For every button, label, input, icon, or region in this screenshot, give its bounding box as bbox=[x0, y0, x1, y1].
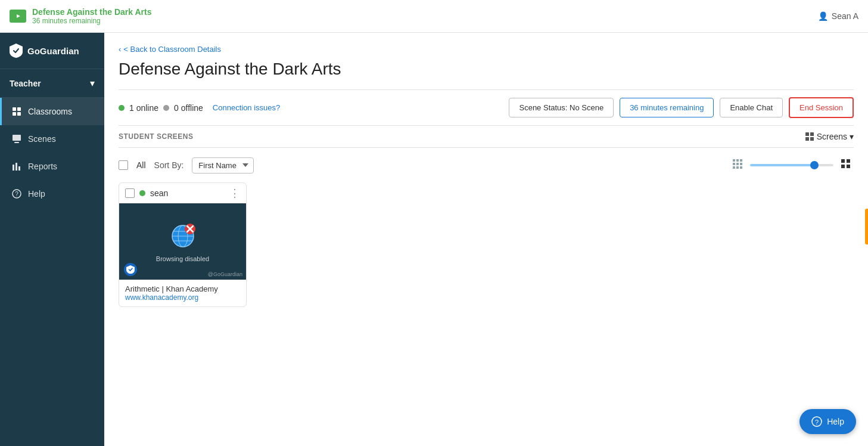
svg-rect-24 bbox=[736, 166, 739, 169]
student-name: sean bbox=[150, 188, 168, 198]
help-fab-label: Help bbox=[827, 417, 844, 426]
student-card-footer: Arithmetic | Khan Academy www.khanacadem… bbox=[119, 280, 246, 306]
student-card-header: sean ⋮ bbox=[119, 183, 246, 203]
sidebar-item-classrooms[interactable]: Classrooms bbox=[0, 98, 104, 125]
svg-rect-5 bbox=[17, 112, 21, 116]
scene-status-button[interactable]: Scene Status: No Scene bbox=[509, 98, 614, 117]
svg-rect-25 bbox=[740, 166, 742, 169]
svg-rect-21 bbox=[736, 163, 739, 165]
student-card-left: sean bbox=[125, 188, 168, 198]
page-title: Defense Against the Dark Arts bbox=[119, 60, 854, 79]
svg-rect-15 bbox=[805, 137, 809, 141]
svg-rect-4 bbox=[13, 112, 16, 116]
reports-icon bbox=[11, 161, 22, 172]
controls-bar: All Sort By: First Name Last Name bbox=[119, 148, 854, 182]
svg-text:?: ? bbox=[15, 191, 18, 197]
user-icon: 👤 bbox=[818, 11, 828, 21]
svg-rect-16 bbox=[810, 137, 814, 141]
online-indicator bbox=[119, 105, 125, 111]
chevron-down-icon: ▾ bbox=[90, 78, 95, 89]
orange-accent-bar bbox=[865, 209, 868, 244]
time-remaining-button[interactable]: 36 minutes remaining bbox=[620, 98, 714, 117]
svg-text:?: ? bbox=[815, 419, 819, 426]
topbar-left: Defense Against the Dark Arts 36 minutes… bbox=[10, 7, 151, 25]
gg-badge bbox=[124, 263, 137, 276]
sort-by-label: Sort By: bbox=[154, 160, 184, 170]
classrooms-label: Classrooms bbox=[28, 107, 72, 116]
back-to-classroom-link[interactable]: ‹ < Back to Classroom Details bbox=[119, 45, 854, 54]
student-site-url[interactable]: www.khanacademy.org bbox=[125, 293, 240, 302]
svg-rect-3 bbox=[17, 107, 21, 111]
view-controls bbox=[730, 156, 854, 174]
svg-rect-19 bbox=[740, 159, 742, 162]
topbar-username: Sean A bbox=[832, 11, 858, 21]
session-icon bbox=[10, 10, 26, 23]
size-slider[interactable] bbox=[750, 164, 833, 166]
student-online-dot bbox=[139, 190, 145, 196]
help-fab-button[interactable]: ? Help bbox=[799, 409, 856, 434]
sidebar-teacher-dropdown[interactable]: Teacher ▾ bbox=[0, 69, 104, 98]
topbar-right: 👤 Sean A bbox=[818, 11, 858, 21]
sidebar-item-help[interactable]: ? Help bbox=[0, 180, 104, 207]
sidebar-logo: GoGuardian bbox=[0, 33, 104, 69]
main-layout: GoGuardian Teacher ▾ Classrooms Scenes R… bbox=[0, 33, 868, 446]
svg-rect-29 bbox=[847, 165, 850, 168]
select-all-checkbox[interactable] bbox=[119, 160, 128, 170]
browsing-disabled-icon bbox=[167, 221, 198, 252]
back-link-text: < Back to Classroom Details bbox=[123, 45, 221, 54]
svg-rect-27 bbox=[847, 159, 850, 163]
status-bar-right: Scene Status: No Scene 36 minutes remain… bbox=[509, 97, 854, 118]
sidebar: GoGuardian Teacher ▾ Classrooms Scenes R… bbox=[0, 33, 104, 446]
students-grid: sean ⋮ bbox=[119, 182, 854, 307]
all-label: All bbox=[136, 160, 146, 170]
screens-dropdown[interactable]: Screens ▾ bbox=[805, 132, 854, 141]
svg-rect-14 bbox=[810, 132, 814, 136]
sidebar-item-reports[interactable]: Reports bbox=[0, 153, 104, 180]
svg-rect-9 bbox=[15, 163, 17, 171]
topbar-title: Defense Against the Dark Arts bbox=[32, 7, 151, 17]
student-screens-label: STUDENT SCREENS bbox=[119, 132, 194, 141]
student-checkbox[interactable] bbox=[125, 188, 135, 198]
help-label: Help bbox=[28, 189, 45, 199]
scenes-icon bbox=[11, 134, 22, 144]
svg-rect-17 bbox=[733, 159, 735, 162]
svg-rect-28 bbox=[841, 165, 845, 168]
content-inner: ‹ < Back to Classroom Details Defense Ag… bbox=[104, 33, 868, 319]
svg-rect-22 bbox=[740, 163, 742, 165]
chevron-left-icon: ‹ bbox=[119, 45, 121, 54]
offline-count: 0 offline bbox=[174, 103, 203, 113]
sidebar-logo-text: GoGuardian bbox=[27, 46, 79, 56]
end-session-button[interactable]: End Session bbox=[789, 97, 854, 118]
svg-rect-20 bbox=[733, 163, 735, 165]
svg-rect-7 bbox=[14, 142, 19, 143]
grid-view-small-button[interactable] bbox=[730, 156, 745, 174]
classrooms-icon bbox=[11, 106, 22, 117]
screens-chevron-icon: ▾ bbox=[850, 132, 854, 141]
student-menu-button[interactable]: ⋮ bbox=[229, 188, 240, 199]
enable-chat-button[interactable]: Enable Chat bbox=[720, 98, 783, 117]
screens-dropdown-label: Screens bbox=[817, 132, 847, 141]
offline-indicator bbox=[163, 105, 169, 111]
sort-select[interactable]: First Name Last Name bbox=[192, 157, 254, 174]
grid-view-large-button[interactable] bbox=[838, 156, 854, 174]
svg-rect-2 bbox=[13, 107, 16, 111]
topbar: Defense Against the Dark Arts 36 minutes… bbox=[0, 0, 868, 33]
online-count: 1 online bbox=[129, 103, 158, 113]
screens-header: STUDENT SCREENS Screens ▾ bbox=[119, 126, 854, 148]
sidebar-teacher-label: Teacher bbox=[10, 79, 41, 88]
student-screen[interactable]: Browsing disabled @GoGuardian bbox=[119, 203, 246, 280]
svg-rect-8 bbox=[13, 165, 14, 171]
status-bar: 1 online 0 offline Connection issues? Sc… bbox=[119, 89, 854, 126]
connection-issues-link[interactable]: Connection issues? bbox=[213, 103, 280, 112]
topbar-session-info: Defense Against the Dark Arts 36 minutes… bbox=[32, 7, 151, 25]
scenes-label: Scenes bbox=[28, 134, 56, 144]
student-card: sean ⋮ bbox=[119, 182, 247, 307]
svg-rect-18 bbox=[736, 159, 739, 162]
svg-rect-10 bbox=[18, 166, 20, 171]
sidebar-item-scenes[interactable]: Scenes bbox=[0, 125, 104, 153]
browsing-disabled-text: Browsing disabled bbox=[156, 255, 209, 262]
content-area: ‹ < Back to Classroom Details Defense Ag… bbox=[104, 33, 868, 446]
svg-rect-26 bbox=[841, 159, 845, 163]
reports-label: Reports bbox=[28, 162, 57, 171]
student-site-title: Arithmetic | Khan Academy bbox=[125, 284, 240, 293]
